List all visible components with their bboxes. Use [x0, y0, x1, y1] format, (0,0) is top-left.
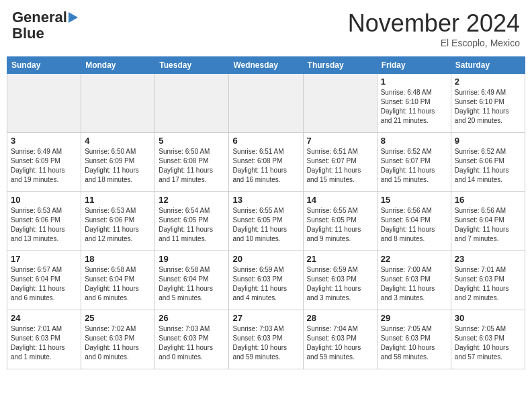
day-info: Sunrise: 6:59 AMSunset: 6:03 PMDaylight:… — [232, 265, 299, 303]
week-row-4: 17Sunrise: 6:57 AMSunset: 6:04 PMDayligh… — [7, 251, 525, 310]
calendar-cell: 29Sunrise: 7:05 AMSunset: 6:03 PMDayligh… — [377, 310, 451, 369]
day-info: Sunrise: 6:58 AMSunset: 6:04 PMDaylight:… — [85, 265, 151, 303]
day-info: Sunrise: 7:02 AMSunset: 6:03 PMDaylight:… — [85, 324, 151, 362]
day-number: 20 — [232, 254, 299, 264]
day-number: 11 — [85, 195, 151, 205]
calendar-cell: 1Sunrise: 6:48 AMSunset: 6:10 PMDaylight… — [377, 74, 451, 133]
calendar-cell — [229, 74, 303, 133]
day-number: 17 — [11, 254, 77, 264]
day-info: Sunrise: 6:49 AMSunset: 6:09 PMDaylight:… — [11, 147, 77, 185]
day-info: Sunrise: 6:55 AMSunset: 6:05 PMDaylight:… — [232, 206, 299, 244]
day-info: Sunrise: 6:50 AMSunset: 6:09 PMDaylight:… — [85, 147, 151, 185]
month-title: November 2024 — [348, 9, 520, 38]
calendar-cell: 17Sunrise: 6:57 AMSunset: 6:04 PMDayligh… — [7, 251, 81, 310]
day-number: 14 — [307, 195, 373, 205]
day-info: Sunrise: 6:52 AMSunset: 6:07 PMDaylight:… — [381, 147, 447, 185]
calendar-cell: 30Sunrise: 7:05 AMSunset: 6:03 PMDayligh… — [451, 310, 525, 369]
day-info: Sunrise: 6:55 AMSunset: 6:05 PMDaylight:… — [307, 206, 373, 244]
day-info: Sunrise: 6:48 AMSunset: 6:10 PMDaylight:… — [381, 88, 447, 126]
calendar-cell: 8Sunrise: 6:52 AMSunset: 6:07 PMDaylight… — [377, 133, 451, 192]
day-info: Sunrise: 7:00 AMSunset: 6:03 PMDaylight:… — [381, 265, 447, 303]
weekday-header-friday: Friday — [377, 57, 451, 74]
day-number: 16 — [455, 195, 521, 205]
day-number: 29 — [381, 313, 447, 323]
weekday-header-sunday: Sunday — [7, 57, 81, 74]
calendar-cell: 16Sunrise: 6:56 AMSunset: 6:04 PMDayligh… — [451, 192, 525, 251]
day-number: 24 — [11, 313, 77, 323]
day-number: 12 — [159, 195, 225, 205]
logo-arrow-icon — [69, 12, 78, 23]
day-info: Sunrise: 7:04 AMSunset: 6:03 PMDaylight:… — [307, 324, 373, 362]
day-info: Sunrise: 6:49 AMSunset: 6:10 PMDaylight:… — [455, 88, 521, 126]
calendar-cell: 28Sunrise: 7:04 AMSunset: 6:03 PMDayligh… — [303, 310, 377, 369]
calendar-cell: 21Sunrise: 6:59 AMSunset: 6:03 PMDayligh… — [303, 251, 377, 310]
calendar-table: SundayMondayTuesdayWednesdayThursdayFrid… — [7, 56, 525, 369]
week-row-1: 1Sunrise: 6:48 AMSunset: 6:10 PMDaylight… — [7, 74, 525, 133]
calendar-cell: 7Sunrise: 6:51 AMSunset: 6:07 PMDaylight… — [303, 133, 377, 192]
day-number: 4 — [85, 136, 151, 146]
day-info: Sunrise: 6:58 AMSunset: 6:04 PMDaylight:… — [159, 265, 225, 303]
day-number: 25 — [85, 313, 151, 323]
day-number: 6 — [232, 136, 299, 146]
calendar-cell: 6Sunrise: 6:51 AMSunset: 6:08 PMDaylight… — [229, 133, 303, 192]
day-number: 13 — [232, 195, 299, 205]
logo-text-blue: Blue — [12, 26, 44, 42]
calendar-cell: 12Sunrise: 6:54 AMSunset: 6:05 PMDayligh… — [155, 192, 229, 251]
day-number: 8 — [381, 136, 447, 146]
title-block: November 2024 El Escoplo, Mexico — [348, 9, 520, 48]
calendar-cell: 2Sunrise: 6:49 AMSunset: 6:10 PMDaylight… — [451, 74, 525, 133]
calendar-cell — [7, 74, 81, 133]
weekday-header-monday: Monday — [81, 57, 155, 74]
day-number: 19 — [159, 254, 225, 264]
calendar-cell: 22Sunrise: 7:00 AMSunset: 6:03 PMDayligh… — [377, 251, 451, 310]
calendar-cell: 24Sunrise: 7:01 AMSunset: 6:03 PMDayligh… — [7, 310, 81, 369]
location-text: El Escoplo, Mexico — [348, 38, 520, 48]
calendar-cell — [155, 74, 229, 133]
day-info: Sunrise: 6:54 AMSunset: 6:05 PMDaylight:… — [159, 206, 225, 244]
day-info: Sunrise: 7:05 AMSunset: 6:03 PMDaylight:… — [381, 324, 447, 362]
day-number: 30 — [455, 313, 521, 323]
calendar-cell: 26Sunrise: 7:03 AMSunset: 6:03 PMDayligh… — [155, 310, 229, 369]
calendar-cell: 23Sunrise: 7:01 AMSunset: 6:03 PMDayligh… — [451, 251, 525, 310]
day-info: Sunrise: 6:53 AMSunset: 6:06 PMDaylight:… — [85, 206, 151, 244]
calendar-cell: 4Sunrise: 6:50 AMSunset: 6:09 PMDaylight… — [81, 133, 155, 192]
day-number: 5 — [159, 136, 225, 146]
page-header: General Blue November 2024 El Escoplo, M… — [7, 7, 525, 51]
logo-text-general: General — [12, 9, 67, 26]
calendar-cell: 20Sunrise: 6:59 AMSunset: 6:03 PMDayligh… — [229, 251, 303, 310]
day-info: Sunrise: 6:56 AMSunset: 6:04 PMDaylight:… — [455, 206, 521, 244]
day-number: 28 — [307, 313, 373, 323]
calendar-cell: 19Sunrise: 6:58 AMSunset: 6:04 PMDayligh… — [155, 251, 229, 310]
calendar-cell — [303, 74, 377, 133]
calendar-cell: 18Sunrise: 6:58 AMSunset: 6:04 PMDayligh… — [81, 251, 155, 310]
day-number: 26 — [159, 313, 225, 323]
weekday-header-wednesday: Wednesday — [229, 57, 303, 74]
day-info: Sunrise: 6:51 AMSunset: 6:08 PMDaylight:… — [232, 147, 299, 185]
weekday-header-thursday: Thursday — [303, 57, 377, 74]
day-info: Sunrise: 7:01 AMSunset: 6:03 PMDaylight:… — [11, 324, 77, 362]
calendar-cell — [81, 74, 155, 133]
day-number: 7 — [307, 136, 373, 146]
day-info: Sunrise: 7:05 AMSunset: 6:03 PMDaylight:… — [455, 324, 521, 362]
day-info: Sunrise: 6:56 AMSunset: 6:04 PMDaylight:… — [381, 206, 447, 244]
calendar-cell: 10Sunrise: 6:53 AMSunset: 6:06 PMDayligh… — [7, 192, 81, 251]
day-info: Sunrise: 6:51 AMSunset: 6:07 PMDaylight:… — [307, 147, 373, 185]
calendar-cell: 5Sunrise: 6:50 AMSunset: 6:08 PMDaylight… — [155, 133, 229, 192]
week-row-2: 3Sunrise: 6:49 AMSunset: 6:09 PMDaylight… — [7, 133, 525, 192]
day-info: Sunrise: 6:52 AMSunset: 6:06 PMDaylight:… — [455, 147, 521, 185]
day-number: 1 — [381, 77, 447, 87]
day-info: Sunrise: 6:57 AMSunset: 6:04 PMDaylight:… — [11, 265, 77, 303]
day-number: 23 — [455, 254, 521, 264]
day-info: Sunrise: 6:59 AMSunset: 6:03 PMDaylight:… — [307, 265, 373, 303]
day-number: 10 — [11, 195, 77, 205]
day-number: 18 — [85, 254, 151, 264]
day-number: 3 — [11, 136, 77, 146]
day-number: 2 — [455, 77, 521, 87]
weekday-header-tuesday: Tuesday — [155, 57, 229, 74]
day-info: Sunrise: 7:03 AMSunset: 6:03 PMDaylight:… — [232, 324, 299, 362]
calendar-cell: 14Sunrise: 6:55 AMSunset: 6:05 PMDayligh… — [303, 192, 377, 251]
calendar-cell: 13Sunrise: 6:55 AMSunset: 6:05 PMDayligh… — [229, 192, 303, 251]
weekday-header-saturday: Saturday — [451, 57, 525, 74]
calendar-cell: 3Sunrise: 6:49 AMSunset: 6:09 PMDaylight… — [7, 133, 81, 192]
logo: General Blue — [12, 9, 78, 42]
